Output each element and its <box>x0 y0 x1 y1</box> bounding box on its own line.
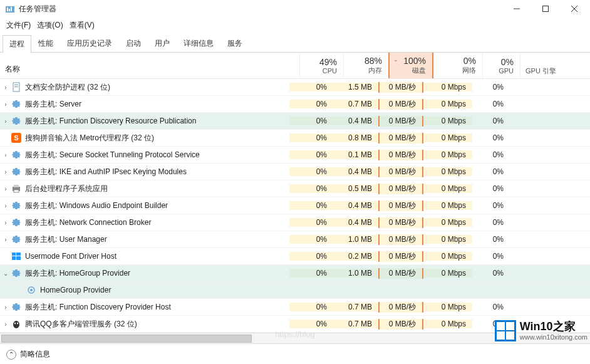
table-row[interactable]: ›服务主机: User Manager0%1.0 MB0 MB/秒0 Mbps0… <box>0 231 590 248</box>
cell-cpu: 0% <box>289 252 333 261</box>
cell-gpu: 0% <box>472 252 510 261</box>
cell-network: 0 Mbps <box>423 133 472 142</box>
table-row[interactable]: ›服务主机: Server0%0.7 MB0 MB/秒0 Mbps0% <box>0 96 590 113</box>
cell-network: 0 Mbps <box>423 235 472 244</box>
process-icon <box>11 302 21 312</box>
table-row[interactable]: ›后台处理程序子系统应用0%0.5 MB0 MB/秒0 Mbps0% <box>0 180 590 197</box>
scrollbar-thumb[interactable] <box>1 335 252 343</box>
header-gpu[interactable]: 0% GPU <box>482 53 520 78</box>
disclosure-arrow-icon[interactable]: › <box>0 169 11 175</box>
cell-memory: 0.4 MB <box>333 218 378 227</box>
cell-network: 0 Mbps <box>423 320 472 328</box>
process-name: Usermode Font Driver Host <box>25 252 116 261</box>
process-name: HomeGroup Provider <box>40 286 111 294</box>
disclosure-arrow-icon[interactable]: › <box>0 321 11 328</box>
menu-view[interactable]: 查看(V) <box>67 19 97 32</box>
cell-gpu: 0% <box>472 201 510 210</box>
table-row[interactable]: ›服务主机: Windows Audio Endpoint Builder0%0… <box>0 197 590 214</box>
process-icon <box>11 319 21 329</box>
svg-point-23 <box>14 323 16 325</box>
process-icon: S <box>11 133 21 143</box>
window-title: 任务管理器 <box>19 4 56 14</box>
svg-rect-17 <box>16 252 21 256</box>
process-name: 服务主机: Windows Audio Endpoint Builder <box>25 200 168 211</box>
disclosure-arrow-icon[interactable]: › <box>0 152 11 159</box>
table-row[interactable]: ›文档安全防护进程 (32 位)0%1.5 MB0 MB/秒0 Mbps0% <box>0 79 590 96</box>
table-row[interactable]: Usermode Font Driver Host0%0.2 MB0 MB/秒0… <box>0 248 590 265</box>
tab-services[interactable]: 服务 <box>220 34 249 52</box>
disclosure-arrow-icon[interactable]: › <box>0 202 11 209</box>
table-row[interactable]: S搜狗拼音输入法 Metro代理程序 (32 位)0%0.8 MB0 MB/秒0… <box>0 130 590 147</box>
disclosure-arrow-icon[interactable]: › <box>0 304 11 311</box>
process-icon <box>11 200 21 211</box>
table-row[interactable]: ›服务主机: IKE and AuthIP IPsec Keying Modul… <box>0 164 590 180</box>
watermark: Win10之家 www.win10xitong.com <box>495 320 587 341</box>
maximize-button[interactable] <box>531 0 560 18</box>
cell-network: 0 Mbps <box>423 100 472 108</box>
header-memory[interactable]: 88% 内存 <box>343 53 388 78</box>
cell-cpu: 0% <box>289 201 333 210</box>
process-list: ›文档安全防护进程 (32 位)0%1.5 MB0 MB/秒0 Mbps0%›服… <box>0 79 590 333</box>
tab-performance[interactable]: 性能 <box>31 34 60 52</box>
cell-disk: 0 MB/秒 <box>378 302 423 313</box>
disclosure-arrow-icon[interactable]: › <box>0 118 11 125</box>
tab-startup[interactable]: 启动 <box>119 34 148 52</box>
disclosure-arrow-icon[interactable]: › <box>0 101 11 108</box>
watermark-url: www.win10xitong.com <box>520 333 587 341</box>
process-name: 服务主机: Server <box>25 99 81 110</box>
process-icon <box>11 268 21 278</box>
minimize-button[interactable] <box>502 0 531 18</box>
header-cpu[interactable]: 49% CPU <box>299 53 343 78</box>
disclosure-arrow-icon[interactable]: › <box>0 219 11 226</box>
header-network[interactable]: 0% 网络 <box>433 53 482 78</box>
process-icon <box>11 217 21 227</box>
process-name: 搜狗拼音输入法 Metro代理程序 (32 位) <box>25 133 154 143</box>
header-name[interactable]: 名称 <box>0 53 299 78</box>
table-row[interactable]: ›服务主机: Function Discovery Provider Host0… <box>0 299 590 316</box>
cell-network: 0 Mbps <box>423 184 472 193</box>
cell-gpu: 0% <box>472 218 510 227</box>
cell-disk: 0 MB/秒 <box>378 133 423 143</box>
table-row[interactable]: ›服务主机: Secure Socket Tunneling Protocol … <box>0 147 590 164</box>
header-disk[interactable]: ⌄ 100% 磁盘 <box>388 53 433 78</box>
process-name: 服务主机: Function Discovery Provider Host <box>25 302 171 313</box>
close-button[interactable] <box>560 0 589 18</box>
svg-rect-18 <box>12 256 16 260</box>
cell-disk: 0 MB/秒 <box>378 184 423 194</box>
brief-info-link[interactable]: 简略信息 <box>20 349 50 360</box>
svg-text:S: S <box>14 134 18 142</box>
sort-arrow-icon: ⌄ <box>393 56 398 63</box>
table-row[interactable]: ›服务主机: Network Connection Broker0%0.4 MB… <box>0 214 590 231</box>
tab-users[interactable]: 用户 <box>148 34 177 52</box>
process-icon <box>11 116 21 126</box>
disclosure-arrow-icon[interactable]: › <box>0 185 11 192</box>
cell-memory: 0.7 MB <box>333 303 378 311</box>
cell-disk: 0 MB/秒 <box>378 217 423 228</box>
tab-app-history[interactable]: 应用历史记录 <box>60 34 119 52</box>
process-name: 文档安全防护进程 (32 位) <box>25 82 110 93</box>
cell-network: 0 Mbps <box>423 269 472 278</box>
tab-details[interactable]: 详细信息 <box>177 34 220 52</box>
svg-rect-1 <box>7 8 8 11</box>
cell-memory: 1.0 MB <box>333 235 378 244</box>
menu-file[interactable]: 文件(F) <box>4 19 33 32</box>
menu-options[interactable]: 选项(O) <box>34 19 65 32</box>
disclosure-arrow-icon[interactable]: › <box>0 236 11 243</box>
collapse-icon[interactable]: ⌃ <box>6 350 16 360</box>
column-headers: 名称 49% CPU 88% 内存 ⌄ 100% 磁盘 0% 网络 0% GPU… <box>0 53 590 79</box>
disclosure-arrow-icon[interactable]: ⌄ <box>0 270 11 277</box>
disclosure-arrow-icon[interactable]: › <box>0 84 11 91</box>
svg-rect-9 <box>14 85 18 85</box>
svg-rect-16 <box>12 252 16 256</box>
tab-processes[interactable]: 进程 <box>3 35 31 53</box>
table-row[interactable]: ›服务主机: Function Discovery Resource Publi… <box>0 113 590 130</box>
table-row[interactable]: HomeGroup Provider <box>0 282 590 299</box>
cell-network: 0 Mbps <box>423 201 472 210</box>
process-icon <box>11 167 21 177</box>
cell-disk: 0 MB/秒 <box>378 116 423 127</box>
cell-cpu: 0% <box>289 235 333 244</box>
header-gpu-engine[interactable]: GPU 引擎 <box>520 53 576 78</box>
cell-network: 0 Mbps <box>423 167 472 176</box>
table-row[interactable]: ⌄服务主机: HomeGroup Provider0%1.0 MB0 MB/秒0… <box>0 265 590 282</box>
process-name: 腾讯QQ多客户端管理服务 (32 位) <box>25 319 137 330</box>
